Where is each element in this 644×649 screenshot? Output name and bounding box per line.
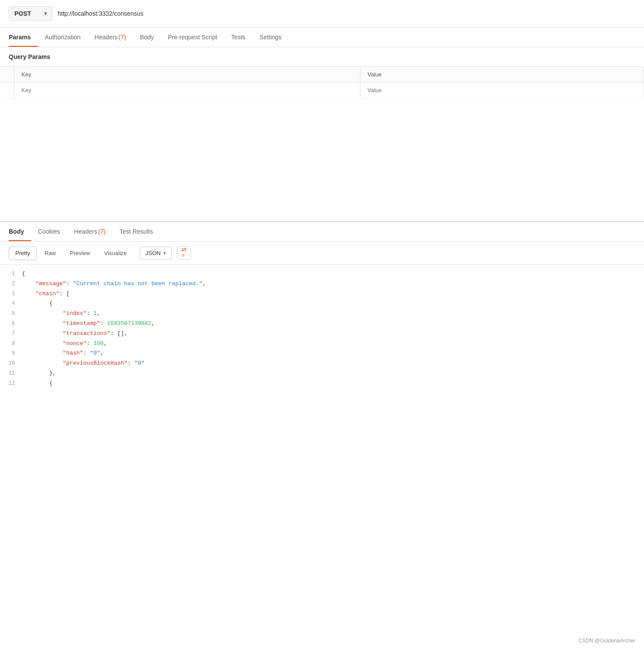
tab-headers-label: Headers [94,34,118,41]
line-content: { [22,269,644,279]
query-params-title: Query Params [9,53,50,60]
line-number: 11 [0,369,22,378]
format-label: JSON [145,250,161,256]
url-input[interactable] [58,10,635,17]
tab-tests[interactable]: Tests [224,28,253,47]
wrap-button[interactable]: ⇄↺ [177,246,191,260]
response-tab-headers-label: Headers [74,228,97,235]
line-content: "nonce": 100, [22,339,644,349]
json-content: 1{2 "message": "Current chain has not be… [0,265,644,393]
value-cell[interactable] [360,83,644,98]
table-row [0,83,644,98]
line-number: 9 [0,349,22,358]
response-tab-cookies[interactable]: Cookies [31,222,67,241]
response-tab-test-results-label: Test Results [120,228,153,235]
format-chevron-icon: ▾ [163,250,166,256]
key-cell[interactable] [14,83,360,98]
value-input[interactable] [367,87,637,93]
response-tab-body[interactable]: Body [9,222,31,241]
tab-pre-request-label: Pre-request Script [168,34,217,41]
json-line: 8 "nonce": 100, [0,339,644,349]
line-content: "transactions": [], [22,329,644,338]
view-raw-button[interactable]: Raw [38,247,62,259]
line-content: "timestamp": 1683507139682, [22,319,644,328]
line-number: 2 [0,280,22,288]
response-tab-body-label: Body [9,228,24,235]
json-line: 11 }, [0,369,644,379]
tab-body[interactable]: Body [133,28,161,47]
row-num [0,83,14,98]
tab-headers-badge: (7) [118,34,126,41]
key-input[interactable] [21,87,353,93]
json-line: 2 "message": "Current chain has not been… [0,279,644,289]
view-preview-button[interactable]: Preview [64,247,96,259]
col-value-header: Value [360,67,644,83]
upper-section: Query Params Key Value [0,47,644,222]
line-number: 7 [0,330,22,338]
line-content: "previousBlockHash": "0" [22,359,644,368]
line-number: 4 [0,300,22,308]
line-content: }, [22,369,644,378]
wrap-icon: ⇄↺ [181,246,187,260]
line-content: "message": "Current chain has not been r… [22,280,644,289]
line-content: { [22,299,644,308]
json-line: 3 "chain": [ [0,289,644,299]
tab-authorization[interactable]: Authorization [38,28,88,47]
response-tab-headers-badge: (7) [98,228,106,235]
url-bar: POST ▾ [0,0,644,28]
view-pretty-button[interactable]: Pretty [9,246,37,260]
line-number: 3 [0,290,22,298]
params-table: Key Value [0,67,644,98]
response-tab-headers[interactable]: Headers(7) [67,222,113,241]
view-visualize-button[interactable]: Visualize [98,247,133,259]
json-line: 5 "index": 1, [0,309,644,319]
line-content: "index": 1, [22,309,644,318]
query-params-header: Query Params [0,47,644,67]
response-tab-test-results[interactable]: Test Results [113,222,160,241]
method-chevron-icon: ▾ [44,10,47,17]
line-number: 10 [0,359,22,368]
col-key-header: Key [14,67,360,83]
line-number: 12 [0,380,22,388]
tab-body-label: Body [140,34,154,41]
request-tabs: Params Authorization Headers(7) Body Pre… [0,28,644,47]
tab-headers[interactable]: Headers(7) [87,28,133,47]
response-tab-cookies-label: Cookies [38,228,60,235]
tab-pre-request[interactable]: Pre-request Script [161,28,224,47]
response-tabs: Body Cookies Headers(7) Test Results [0,222,644,242]
body-toolbar: Pretty Raw Preview Visualize JSON ▾ ⇄↺ [0,242,644,265]
json-line: 6 "timestamp": 1683507139682, [0,319,644,329]
line-number: 8 [0,340,22,348]
line-number: 6 [0,320,22,328]
line-content: { [22,379,644,388]
tab-params-label: Params [9,34,31,41]
tab-tests-label: Tests [231,34,246,41]
json-line: 9 "hash": "0", [0,349,644,359]
tab-settings[interactable]: Settings [253,28,289,47]
line-number: 1 [0,270,22,278]
tab-settings-label: Settings [260,34,282,41]
json-line: 12 { [0,379,644,389]
tab-params[interactable]: Params [9,28,38,47]
method-selector[interactable]: POST ▾ [9,6,52,21]
line-number: 5 [0,310,22,318]
col-num-header [0,67,14,83]
tab-authorization-label: Authorization [45,34,81,41]
json-line: 4 { [0,299,644,309]
line-content: "chain": [ [22,290,644,299]
method-label: POST [14,10,31,17]
format-selector[interactable]: JSON ▾ [140,247,172,259]
json-line: 7 "transactions": [], [0,329,644,339]
json-line: 1{ [0,269,644,279]
json-line: 10 "previousBlockHash": "0" [0,359,644,369]
line-content: "hash": "0", [22,349,644,358]
